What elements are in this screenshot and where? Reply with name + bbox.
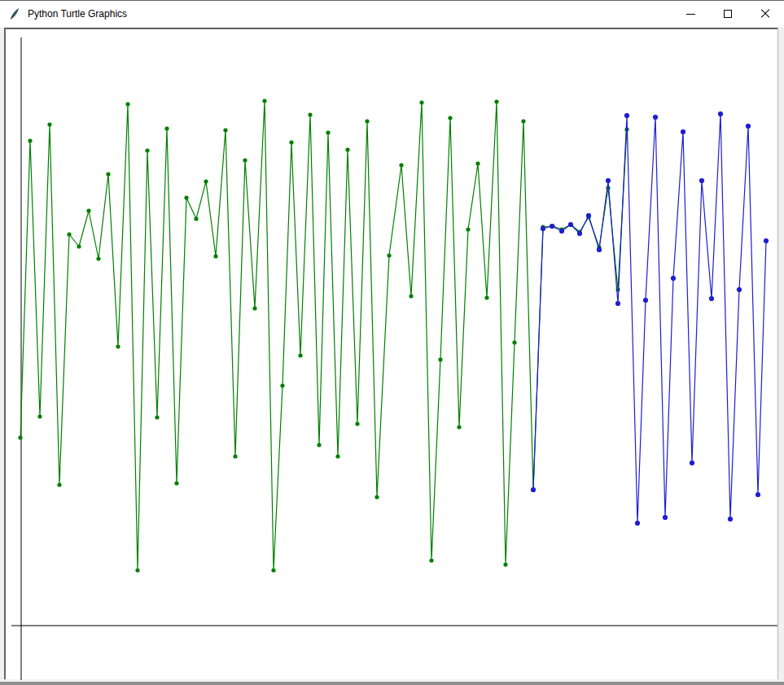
tk-feather-icon bbox=[8, 7, 21, 20]
window-controls bbox=[672, 1, 784, 27]
turtle-canvas[interactable] bbox=[4, 28, 777, 680]
horizontal-scrollbar[interactable] bbox=[0, 679, 784, 685]
maximize-button[interactable] bbox=[709, 1, 747, 27]
close-icon bbox=[760, 9, 770, 19]
minimize-icon bbox=[686, 14, 695, 15]
canvas-shell bbox=[0, 27, 784, 685]
minimize-button[interactable] bbox=[672, 1, 709, 27]
vertical-scrollbar[interactable] bbox=[777, 28, 784, 680]
python-turtle-graphics-window: Python Turtle Graphics bbox=[0, 0, 784, 685]
maximize-icon bbox=[724, 10, 732, 18]
close-button[interactable] bbox=[747, 1, 784, 27]
title-bar[interactable]: Python Turtle Graphics bbox=[0, 1, 784, 27]
window-title: Python Turtle Graphics bbox=[28, 8, 127, 20]
